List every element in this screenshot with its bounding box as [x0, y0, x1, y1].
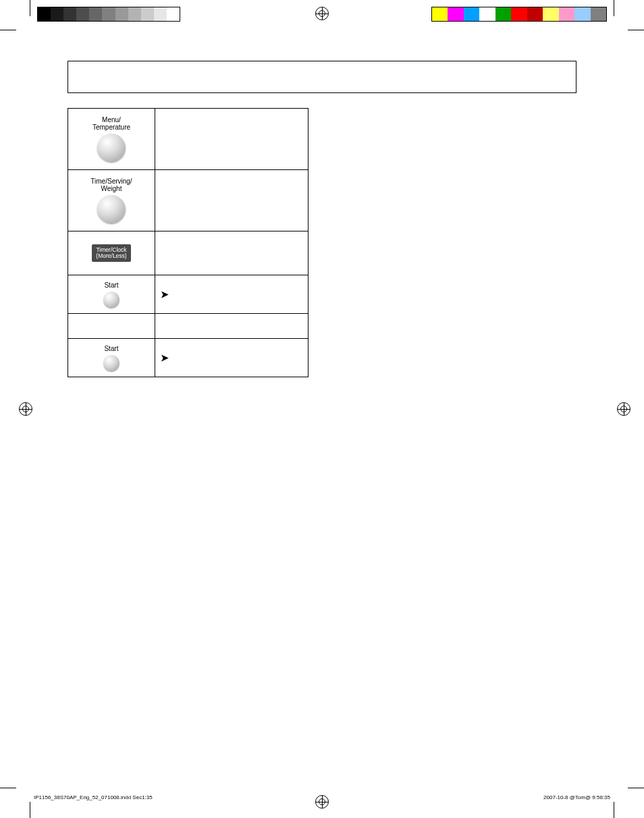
registration-mark	[617, 402, 630, 416]
swatch	[167, 7, 180, 21]
dial-icon	[97, 195, 126, 223]
start-label: Start	[104, 345, 118, 352]
footer-file: IP1156_38S70AP_Eng_52_071008.indd Sec1:3…	[34, 794, 153, 800]
step-2-cell: Time/Serving/ Weight	[68, 170, 155, 231]
swatch	[559, 7, 574, 21]
swatch	[527, 7, 543, 21]
arrow-icon: ➤	[161, 352, 169, 363]
title-box	[68, 61, 576, 93]
swatch	[432, 7, 448, 21]
swatch	[38, 7, 51, 21]
dial-icon	[103, 292, 119, 308]
swatch	[141, 7, 154, 21]
swatch	[543, 7, 558, 21]
dial-icon	[97, 134, 126, 162]
swatch	[591, 7, 606, 21]
table-row	[68, 313, 308, 338]
swatch	[102, 7, 115, 21]
menu-temperature-label: Menu/ Temperature	[92, 116, 130, 131]
cmyk-color-bar	[431, 7, 607, 22]
swatch	[479, 7, 495, 21]
grayscale-color-bar	[37, 7, 180, 22]
swatch	[154, 7, 167, 21]
arrow-icon: ➤	[161, 289, 169, 300]
swatch	[63, 7, 76, 21]
steps-table: Menu/ Temperature Time/Serving/ Weight T…	[68, 108, 308, 377]
swatch	[464, 7, 479, 21]
table-row: Time/Serving/ Weight	[68, 169, 308, 231]
swatch	[51, 7, 63, 21]
swatch	[128, 7, 141, 21]
step-4-desc: ➤	[155, 275, 308, 313]
swatch	[511, 7, 527, 21]
start-label: Start	[104, 281, 118, 289]
swatch	[448, 7, 463, 21]
footer-timestamp: 2007-10-8 @Tom@ 9:58:35	[543, 794, 610, 800]
step-5-desc	[155, 314, 308, 338]
registration-mark	[315, 7, 329, 20]
step-6-cell: Start	[68, 339, 155, 377]
swatch	[76, 7, 89, 21]
dial-icon	[103, 355, 119, 371]
table-row: Start ➤	[68, 275, 308, 313]
swatch	[574, 7, 590, 21]
step-3-cell: Timer/Clock (More/Less)	[68, 231, 155, 275]
table-row: Timer/Clock (More/Less)	[68, 231, 308, 275]
swatch	[89, 7, 102, 21]
swatch	[115, 7, 128, 21]
print-footer: IP1156_38S70AP_Eng_52_071008.indd Sec1:3…	[34, 794, 610, 800]
step-1-cell: Menu/ Temperature	[68, 109, 155, 169]
step-4-cell: Start	[68, 275, 155, 313]
registration-mark	[19, 402, 32, 416]
swatch	[495, 7, 511, 21]
step-3-desc	[155, 231, 308, 275]
table-row: Start ➤	[68, 338, 308, 377]
step-2-desc	[155, 170, 308, 231]
timer-clock-key: Timer/Clock (More/Less)	[92, 244, 131, 263]
time-serving-weight-label: Time/Serving/ Weight	[90, 178, 132, 192]
step-6-desc: ➤	[155, 339, 308, 377]
step-1-desc	[155, 109, 308, 169]
step-5-cell	[68, 314, 155, 338]
table-row: Menu/ Temperature	[68, 109, 308, 169]
